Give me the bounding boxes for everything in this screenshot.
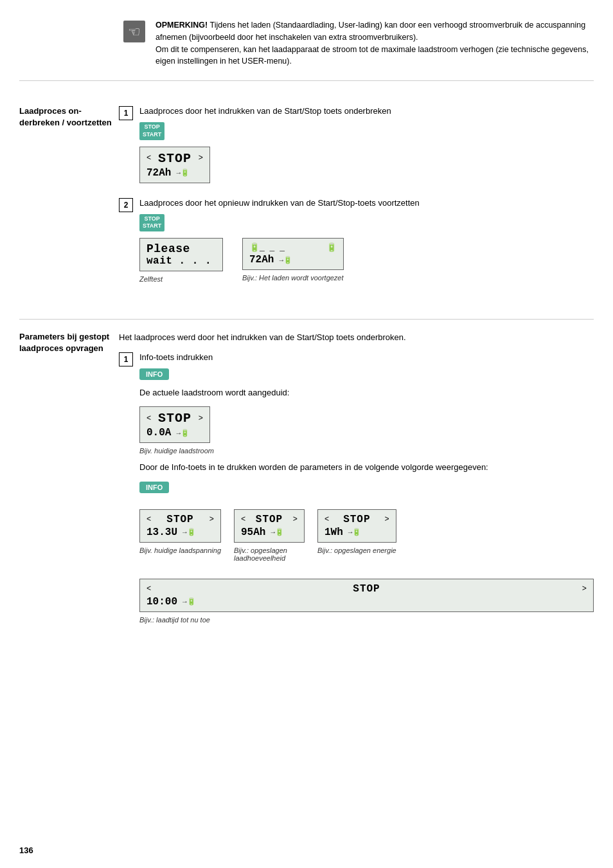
please-line2: wait . . .	[147, 255, 216, 267]
top-note-text2: Om dit te compenseren, kan het laadappar…	[155, 44, 594, 68]
lcd-voltage-caption: Bijv. huidige laadspanning	[139, 547, 221, 554]
lcd3-row2-arrow: →🔋	[176, 429, 190, 437]
section-parameters: Parameters bij gestopt laadpro­ces opvra…	[19, 320, 594, 653]
lcd-display-1: < STOP > 72Ah →🔋	[139, 147, 210, 183]
lcd2-bat-dashes: 🔋_ _ _	[249, 242, 285, 253]
lcd1-right-arrow: >	[199, 154, 203, 163]
please-wait-caption: Zelftest	[139, 275, 223, 283]
please-line1: Please	[147, 242, 216, 255]
lcd-wh-caption: Bijv.: opgeslagen energie	[317, 547, 396, 554]
section2-intro: Het laadproces werd door het indrukken v…	[119, 331, 594, 344]
lcd-continue-caption: Bijv.: Het laden wordt voortgezet	[242, 274, 344, 282]
lcd-continue: 🔋_ _ _ 🔋 72Ah →🔋	[242, 238, 344, 270]
top-note-text: OPMERKING! Tijdens het laden (Standaardl…	[155, 19, 594, 68]
lcd1-row2-main: 72Ah	[147, 167, 171, 179]
display-voltage-col: < STOP > 13.3U →🔋 Bijv. huidige laadspan…	[139, 509, 221, 561]
lcd1-row2-arrow: →🔋	[176, 168, 190, 177]
step2-right-col: 🔋_ _ _ 🔋 72Ah →🔋 Bijv.: Het laden wordt …	[242, 238, 344, 288]
lcd-please-wait: Please wait . . .	[139, 238, 223, 271]
sec2-after-text: De actuele laadstroom wordt aangeduid:	[139, 386, 594, 399]
lcd7-stop: STOP	[353, 583, 380, 595]
display-wh-col: < STOP > 1Wh →🔋 Bijv.: opgeslagen energi…	[317, 509, 396, 561]
top-note-text1: Tijdens het laden (Standaardlading, User…	[155, 21, 585, 42]
lcd-ah: < STOP > 95Ah →🔋	[234, 509, 305, 543]
lcd4-left: <	[147, 515, 151, 524]
lcd4-stop: STOP	[166, 514, 193, 525]
lcd7-row2-arrow: →🔋	[182, 597, 196, 606]
lcd-time-caption: Bijv.: laadtijd tot nu toe	[139, 616, 594, 624]
section1-label: Laadproces on­derbreken / voort­zetten	[19, 105, 119, 129]
display-ah-col: < STOP > 95Ah →🔋 Bijv.: opgeslagen laad­…	[234, 509, 305, 568]
lcd3-left: <	[147, 414, 151, 423]
sec2-step1-item: 1 Info-toets indrukken INFO De actuele l…	[119, 352, 594, 630]
displays-triple: < STOP > 13.3U →🔋 Bijv. huidige laadspan…	[139, 509, 594, 568]
lcd7-left: <	[147, 584, 151, 593]
lcd4-row2-main: 13.3U	[147, 527, 177, 538]
sec2-step1-number: 1	[119, 352, 133, 366]
top-note-section: ☜ OPMERKING! Tijdens het laden (Standaar…	[19, 13, 594, 81]
lcd5-right: >	[293, 515, 298, 524]
stop-start-button-1[interactable]: STOPSTART	[139, 122, 164, 140]
step1-number: 1	[119, 106, 133, 120]
step2-displays: Please wait . . . Zelftest 🔋_ _ _ 🔋	[139, 238, 594, 289]
step2-number: 2	[119, 198, 133, 212]
section-laadproces: Laadproces on­derbreken / voort­zetten 1…	[19, 94, 594, 320]
opmerking-label: OPMERKING!	[155, 21, 208, 30]
step1-text: Laadproces door het indrukken van de Sta…	[139, 105, 594, 117]
lcd-ah-caption: Bijv.: opgeslagen laad­hoe­veelheid	[234, 547, 305, 562]
lcd6-stop: STOP	[343, 514, 370, 525]
lcd-current: < STOP > 0.0A →🔋	[139, 406, 210, 443]
display-time-col: < STOP > 10:00 →🔋 Bijv.: laadtijd tot nu…	[139, 579, 594, 630]
step1-body: Laadproces door het indrukken van de Sta…	[139, 105, 594, 186]
lcd-time: < STOP > 10:00 →🔋	[139, 579, 594, 612]
lcd7-right: >	[582, 584, 587, 593]
lcd1-stop-text: STOP	[158, 151, 191, 166]
lcd6-right: >	[385, 515, 389, 524]
step1-item: 1 Laadproces door het indrukken van de S…	[119, 105, 594, 186]
stop-start-button-2[interactable]: STOPSTART	[139, 214, 164, 231]
lcd1-left-arrow: <	[147, 154, 151, 163]
step2-item: 2 Laadproces door het opnieuw indrukken …	[119, 197, 594, 296]
lcd4-right: >	[209, 515, 214, 524]
lcd6-row2-main: 1Wh	[324, 527, 343, 538]
section2-label: Parameters bij gestopt laadpro­ces opvra…	[19, 331, 119, 354]
lcd5-row2-main: 95Ah	[241, 527, 265, 538]
lcd-voltage: < STOP > 13.3U →🔋	[139, 509, 221, 543]
lcd5-left: <	[241, 515, 245, 524]
please-wait-col: Please wait . . . Zelftest	[139, 238, 223, 289]
lcd7-row2-main: 10:00	[147, 596, 177, 608]
lcd-wh: < STOP > 1Wh →🔋	[317, 509, 396, 543]
sec2-mid-text: Door de Info-toets in te drukken worden …	[139, 461, 594, 474]
svg-text:☜: ☜	[128, 24, 141, 40]
lcd6-row2-arrow: →🔋	[348, 528, 362, 536]
lcd3-right: >	[199, 414, 203, 423]
lcd3-row2-main: 0.0A	[147, 427, 171, 439]
info-button-1[interactable]: INFO	[139, 368, 169, 380]
info-button-2[interactable]: INFO	[139, 482, 169, 493]
page-number: 136	[19, 845, 33, 855]
lcd6-left: <	[324, 515, 329, 524]
section1-content: 1 Laadproces door het indrukken van de S…	[119, 105, 594, 307]
lcd2-row2-arrow: →🔋	[279, 256, 292, 264]
step2-body: Laadproces door het opnieuw indrukken va…	[139, 197, 594, 296]
lcd5-row2-arrow: →🔋	[271, 528, 284, 536]
lcd5-stop: STOP	[256, 514, 283, 525]
hand-icon: ☜	[122, 19, 147, 46]
section2-content: Het laadproces werd door het indrukken v…	[119, 331, 594, 642]
sec2-step1-text: Info-toets indrukken	[139, 352, 594, 363]
lcd2-bat-icon: 🔋	[326, 242, 337, 253]
step2-text: Laadproces door het opnieuw indrukken va…	[139, 197, 594, 209]
lcd-current-caption: Bijv. huidige laadstroom	[139, 447, 594, 455]
lcd4-row2-arrow: →🔋	[182, 528, 196, 536]
sec2-step1-body: Info-toets indrukken INFO De actuele laa…	[139, 352, 594, 630]
lcd3-stop: STOP	[158, 411, 191, 426]
lcd2-row2-main: 72Ah	[249, 254, 274, 266]
